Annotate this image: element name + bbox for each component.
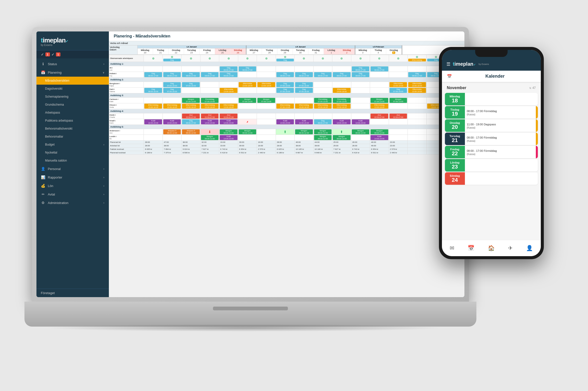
employee-dahl: Dahl iSabina Dag09:00-16:00 Dag07:00-16:… <box>109 88 464 93</box>
sidebar-label-behovsmalls: Behovsmallsöversikt <box>45 127 72 130</box>
phone-nav-profile[interactable]: 👤 <box>524 243 535 253</box>
sidebar-item-manuella[interactable]: Manuella saldon <box>36 157 109 165</box>
phone-days-list: Måndag 18 Tisdag 19 0 <box>442 92 541 240</box>
obs-29[interactable]: ⊕ <box>313 55 332 62</box>
obs-24[interactable]: ⊕ <box>219 55 238 62</box>
faktisk-kostnad-label: Faktisk kostnad <box>109 148 144 151</box>
phone-shift-tag-2: (Kassa) <box>467 126 534 129</box>
obs-25[interactable]: ⊕ <box>238 55 257 62</box>
phone-day-tuesday: Tisdag 19 08:00 - 17:00 Förmiddag (Kassa… <box>445 106 538 119</box>
phone-nav-messages[interactable]: ✉ <box>448 243 456 253</box>
phone-shift-tag-4: (Kassa) <box>467 153 534 156</box>
phone-nav-home[interactable]: 🏠 <box>486 243 497 253</box>
week5-jan-group: v.5 Januari Måndag27 Tisdag28 Onsdag29 T… <box>246 45 355 54</box>
sidebar-item-manadsoverskiten[interactable]: Månadsöversikten <box>36 77 109 85</box>
obs-28[interactable]: ⊕ <box>295 55 313 62</box>
sidebar-label-planering: Planering <box>48 71 62 74</box>
day-headers: Veckodag Datum v.4 Januari Måndag20 Tisd… <box>109 45 464 55</box>
sidebar-item-personal[interactable]: 👤 Personal › <box>36 165 109 173</box>
day-26: Söndag26 <box>230 48 246 54</box>
day-21: Tisdag21 <box>153 48 169 54</box>
phone-shift-indicator-4 <box>536 146 538 158</box>
sidebar-item-avtal[interactable]: ✏ Avtal › <box>36 190 109 198</box>
obs-23[interactable]: ⊕ <box>200 55 219 62</box>
lundin-name: Lundin iBo <box>109 135 144 141</box>
logo-accent: t <box>41 36 43 44</box>
obs-26[interactable]: ⊕ <box>257 55 276 62</box>
sidebar-item-administration[interactable]: ⚙ Administration › <box>36 198 109 207</box>
sidebar-item-arbetspass[interactable]: Arbetspass <box>36 109 109 117</box>
phone-day-saturday: Lördag 23 <box>445 159 538 172</box>
sidebar-item-budget[interactable]: Budget › <box>36 141 109 149</box>
section-avd5: Avdelning 5: <box>109 125 464 129</box>
phone-logo: timeplan✓ <box>453 61 476 67</box>
sidebar-item-rapporter[interactable]: 📊 Rapporter › <box>36 173 109 182</box>
week4-group: v.4 Januari Måndag20 Tisdag21 Onsdag22 T… <box>138 45 246 54</box>
phone-month-header: November v. 47 <box>442 82 541 92</box>
logo: timeplan✓ <box>41 36 104 44</box>
sidebar-item-behovsmallar[interactable]: Behovsmallar <box>36 133 109 141</box>
obs-2[interactable]: ⊕ <box>389 55 407 62</box>
phone-nav-calendar[interactable]: 📅 <box>466 243 476 253</box>
veckodag-label: Veckodag Datum <box>109 45 138 54</box>
obs-22[interactable]: ⊕ <box>182 55 200 62</box>
sidebar-item-status[interactable]: ℹ Status › <box>36 60 109 68</box>
arrow-lon: › <box>103 185 104 187</box>
notification-badge-1: 1 <box>45 52 50 56</box>
section-avd3: Avdelning 3: <box>109 93 464 98</box>
week4-days: Måndag20 Tisdag21 Onsdag22 Torsdag23 Fre… <box>138 48 246 54</box>
phone-screen: ☰ timeplan✓ by Exsens 📅 Kalender Novembe… <box>442 50 541 256</box>
logo-sub: by Exsens <box>41 44 104 46</box>
phone-shift-2: 11:00 - 19:00 Dagspass <box>467 122 534 126</box>
khalif-name: Khalif iKarin <box>109 119 144 125</box>
phone-day-label-friday: Fredag 22 <box>445 146 465 158</box>
obs-3[interactable]: ⊕Eftermiddag <box>408 55 426 62</box>
arrow-admin: › <box>103 201 104 204</box>
olsson-name: Olsson iGreta <box>109 103 144 109</box>
employee-holbek: Holbek iCry Dag08:00-17:00 Dag08:00-17:0… <box>109 72 464 78</box>
obs-1[interactable]: ⊕ <box>370 55 389 62</box>
sidebar-item-dagsoverskiten[interactable]: Dagsöversikt <box>36 85 109 93</box>
planerad-tid-row: Planerad tid 28:0047:0038:00 32:0033:003… <box>109 141 464 144</box>
sidebar-item-behovsmalls[interactable]: Behovsmallsöversikt <box>36 125 109 133</box>
phone-nav-send[interactable]: ✈ <box>506 243 515 253</box>
datum-text: Datum <box>110 48 136 51</box>
phone-day-label-monday: Måndag 18 <box>445 93 465 105</box>
sidebar-item-nyckeltal[interactable]: Nyckeltal <box>36 149 109 157</box>
arrow-personal: › <box>103 168 104 170</box>
section-avd1: Avdelning 1: <box>109 62 464 66</box>
sidebar: timeplan✓ by Exsens ✓ 1 ✓ 1 ℹ Status <box>36 31 109 297</box>
sidebar-item-lon[interactable]: 💰 Lön › <box>36 182 109 190</box>
phone-menu-icon[interactable]: ☰ <box>446 61 450 67</box>
arbetad-tid-row: Arbetad tid 28:0038:0038:00 32:0033:0039… <box>109 144 464 148</box>
day-4: Tisdag4 <box>371 48 386 54</box>
week5-feb-days: Måndag3 Tisdag4 Onsdag5 <box>355 48 402 54</box>
day-1: Lördag1 <box>324 48 339 54</box>
phone-shift-indicator-1 <box>536 106 538 119</box>
employee-lundin: Lundin iBo Morgon06:00-12:00 Kväll14:00-… <box>109 135 464 141</box>
obs-21[interactable]: ⊕Dag <box>163 55 181 62</box>
obs-20[interactable]: ⊕ <box>144 55 163 62</box>
sidebar-item-planering[interactable]: 📅 Planering ∨ <box>36 68 109 77</box>
phone-notch <box>475 50 508 57</box>
avd5-label: Avdelning 5: <box>109 125 464 129</box>
laptop-screen: timeplan✓ by Exsens ✓ 1 ✓ 1 ℹ Status <box>36 31 464 297</box>
sidebar-label-arbets: Arbetspass <box>45 111 60 114</box>
obs-31[interactable]: ⊕ <box>351 55 370 62</box>
sidebar-item-schemaplanering[interactable]: Schemaplanering <box>36 93 109 101</box>
day-30: Torsdag30 <box>293 48 308 54</box>
phone-day-num-19: 19 <box>452 111 458 117</box>
day-22: Onsdag22 <box>169 48 184 54</box>
obs-27[interactable]: ⊕Dag <box>276 55 294 62</box>
day-5: Onsdag5 <box>386 48 402 54</box>
planerad-kostnad-row: Planerad kostnad 6 198 kr7 375 kr8 506 k… <box>109 151 464 155</box>
week4-label: v.4 Januari <box>138 45 246 48</box>
day-25: Lördag25 <box>215 48 230 54</box>
sidebar-item-publicera[interactable]: Publicera arbetspass <box>36 117 109 125</box>
obs-30[interactable]: ⊕ <box>332 55 351 62</box>
footer-company[interactable]: Företaget <box>36 289 109 297</box>
arrow-icon-planering: ∨ <box>103 71 104 74</box>
phone-day-num-18: 18 <box>452 98 458 103</box>
phone-header: ☰ timeplan✓ by Exsens <box>442 59 541 71</box>
sidebar-item-grundschema[interactable]: Grundschema <box>36 101 109 109</box>
